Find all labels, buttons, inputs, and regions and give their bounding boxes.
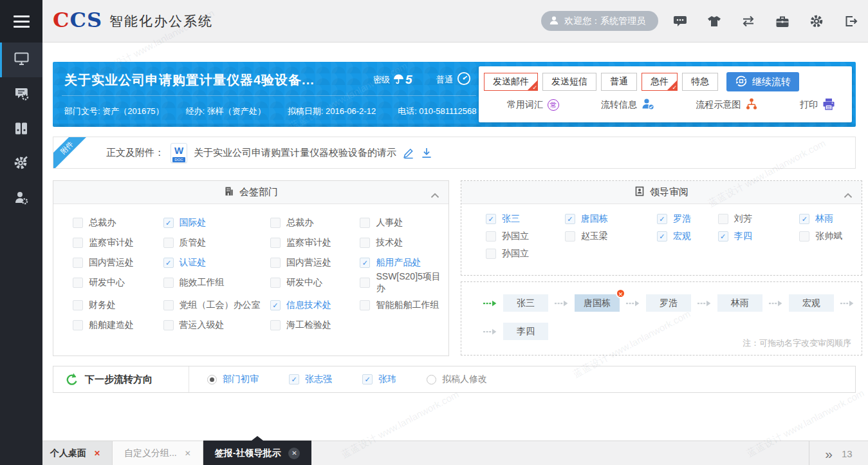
action-button[interactable]: 特急 bbox=[682, 73, 718, 91]
tool-flow-chart[interactable]: 流程示意图 bbox=[696, 98, 758, 112]
attachment-file-name[interactable]: 关于实业公司申请购置计量仪器校验设备的请示 bbox=[194, 147, 396, 159]
leader-checkbox[interactable]: ✓李四 bbox=[718, 231, 800, 242]
next-step-radio[interactable]: 部门初审 bbox=[207, 374, 259, 385]
close-icon[interactable]: ✕ bbox=[288, 448, 300, 459]
tab-签报-社领导批示[interactable]: 签报-社领导批示✕ bbox=[203, 441, 312, 465]
tab-个人桌面[interactable]: 个人桌面✕ bbox=[39, 441, 113, 465]
leader-checkbox[interactable]: ✓孙国立 bbox=[486, 248, 568, 260]
checkbox-box: ✓ bbox=[163, 258, 174, 268]
tool-flow-info[interactable]: 流转信息 bbox=[601, 98, 654, 112]
dept-checkbox[interactable]: ✓研发中心 bbox=[270, 274, 360, 292]
sidebar-item-message-settings[interactable] bbox=[0, 77, 42, 112]
dept-checkbox[interactable]: ✓总裁办 bbox=[73, 214, 163, 232]
remove-icon[interactable]: ✕ bbox=[616, 289, 625, 298]
dept-checkbox[interactable]: ✓监察审计处 bbox=[73, 234, 163, 252]
checkbox-box: ✓ bbox=[73, 300, 83, 310]
checkbox-box: ✓ bbox=[799, 214, 809, 224]
dept-checkbox[interactable]: ✓船舶建造处 bbox=[73, 316, 163, 334]
close-icon[interactable]: ✕ bbox=[94, 450, 100, 457]
flow-chip-label: 罗浩 bbox=[660, 298, 678, 309]
dept-checkbox[interactable]: ✓智能船舶工作组 bbox=[360, 296, 448, 314]
circular-arrows-icon bbox=[735, 75, 748, 90]
edit-icon[interactable] bbox=[403, 146, 414, 159]
action-button[interactable]: 发送短信 bbox=[542, 73, 596, 91]
sidebar-item-user-settings[interactable] bbox=[0, 182, 42, 216]
leader-checkbox[interactable]: ✓张三 bbox=[486, 213, 565, 225]
dept-checkbox[interactable]: ✓能效工作组 bbox=[163, 274, 270, 292]
leader-checkbox[interactable]: ✓刘芳 bbox=[718, 213, 800, 225]
checkbox-box: ✓ bbox=[486, 214, 496, 224]
dept-checkbox[interactable]: ✓船用产品处 bbox=[360, 254, 448, 272]
settings-icon[interactable] bbox=[809, 14, 824, 28]
logout-icon[interactable] bbox=[844, 14, 858, 28]
user-welcome-pill[interactable]: 欢迎您：系统管理员 bbox=[541, 11, 658, 31]
next-step-checkbox[interactable]: ✓张志强 bbox=[289, 374, 332, 385]
chevron-right-icon[interactable]: » bbox=[825, 447, 833, 460]
tab-自定义分组-[interactable]: 自定义分组...✕ bbox=[113, 441, 203, 465]
checkbox-box: ✓ bbox=[270, 300, 281, 310]
dept-checkbox[interactable]: ✓党组（工会）办公室 bbox=[163, 296, 270, 314]
dept-checkbox[interactable]: ✓SSW[S20]5项目办 bbox=[360, 274, 448, 292]
tool-common-words[interactable]: 常用词汇常 bbox=[507, 99, 559, 111]
dept-checkbox[interactable]: ✓技术处 bbox=[360, 234, 448, 252]
briefcase-icon[interactable] bbox=[775, 14, 790, 28]
dept-checkbox[interactable]: ✓海工检验处 bbox=[270, 316, 360, 334]
dept-checkbox[interactable]: ✓国内营运处 bbox=[270, 254, 360, 272]
flow-chip[interactable]: 唐国栋✕ bbox=[575, 294, 620, 312]
dept-checkbox[interactable]: ✓国内营运处 bbox=[73, 254, 163, 272]
flow-chip[interactable]: 林雨 bbox=[717, 294, 762, 312]
checkbox-label: 船用产品处 bbox=[376, 257, 421, 269]
user-icon bbox=[549, 15, 559, 27]
dept-checkbox[interactable]: ✓国际处 bbox=[163, 214, 270, 232]
flow-chip[interactable]: 罗浩 bbox=[646, 294, 691, 312]
collapse-icon[interactable] bbox=[844, 189, 853, 200]
dept-checkbox[interactable]: ✓监察审计处 bbox=[270, 234, 360, 252]
checkbox-label: 张志强 bbox=[305, 374, 332, 385]
leader-checkbox[interactable]: ✓孙国立 bbox=[486, 231, 565, 242]
dept-checkbox[interactable]: ✓认证处 bbox=[163, 254, 270, 272]
checkbox-label: 孙国立 bbox=[502, 248, 529, 260]
collapse-icon[interactable] bbox=[430, 189, 439, 200]
close-icon[interactable]: ✕ bbox=[185, 450, 191, 457]
continue-flow-button[interactable]: 继续流转 bbox=[726, 72, 799, 91]
leader-checkbox[interactable]: ✓宏观 bbox=[657, 231, 718, 242]
leader-checkbox[interactable]: ✓唐国栋 bbox=[565, 213, 657, 225]
checkbox-label: 李四 bbox=[734, 231, 752, 242]
priority-normal[interactable]: 普通 bbox=[436, 71, 471, 88]
flow-chip[interactable]: 张三 bbox=[503, 294, 548, 312]
action-button[interactable]: 急件✓ bbox=[642, 73, 678, 91]
flow-chip[interactable]: 李四 bbox=[503, 323, 548, 340]
dept-checkbox[interactable]: ✓信息技术处 bbox=[270, 296, 360, 314]
tool-print[interactable]: 打印 bbox=[800, 98, 835, 112]
action-button[interactable]: 发送邮件✓ bbox=[484, 73, 538, 91]
leader-checkbox[interactable]: ✓张帅斌 bbox=[799, 231, 862, 242]
action-button[interactable]: 普通 bbox=[601, 73, 637, 91]
message-icon[interactable] bbox=[673, 14, 687, 28]
sidebar-item-desktop[interactable] bbox=[0, 43, 42, 77]
sidebar-item-settings-wrench[interactable] bbox=[0, 147, 42, 182]
menu-icon[interactable] bbox=[0, 0, 42, 43]
checkbox-box: ✓ bbox=[289, 374, 299, 384]
dept-checkbox[interactable]: ✓人事处 bbox=[360, 214, 448, 232]
sidebar-item-archive[interactable] bbox=[0, 112, 42, 147]
flow-row: 张三唐国栋✕罗浩林雨宏观 bbox=[481, 294, 862, 312]
leader-checkbox[interactable]: ✓罗浩 bbox=[657, 213, 718, 225]
leader-checkbox[interactable]: ✓林雨 bbox=[799, 213, 862, 225]
doc-meta-item: 经办: 张样（资产处） bbox=[186, 106, 266, 117]
dept-checkbox[interactable]: ✓营运入级处 bbox=[163, 316, 270, 334]
theme-icon[interactable] bbox=[707, 14, 721, 28]
checkbox-box: ✓ bbox=[163, 218, 174, 228]
download-icon[interactable] bbox=[421, 146, 432, 159]
switch-icon[interactable] bbox=[741, 14, 755, 28]
word-doc-icon[interactable]: WDOC bbox=[171, 143, 187, 163]
dept-checkbox[interactable]: ✓总裁办 bbox=[270, 214, 360, 232]
next-step-checkbox[interactable]: ✓张玮 bbox=[362, 374, 396, 385]
checkbox-box: ✓ bbox=[73, 218, 83, 228]
flow-chip[interactable]: 宏观 bbox=[789, 294, 834, 312]
dept-checkbox[interactable]: ✓财务处 bbox=[73, 296, 163, 314]
dept-checkbox[interactable]: ✓研发中心 bbox=[73, 274, 163, 292]
dept-checkbox[interactable]: ✓质管处 bbox=[163, 234, 270, 252]
leader-checkbox[interactable]: ✓赵玉梁 bbox=[565, 231, 657, 242]
user-settings-icon bbox=[14, 191, 28, 207]
next-step-radio[interactable]: 拟稿人修改 bbox=[427, 374, 487, 385]
